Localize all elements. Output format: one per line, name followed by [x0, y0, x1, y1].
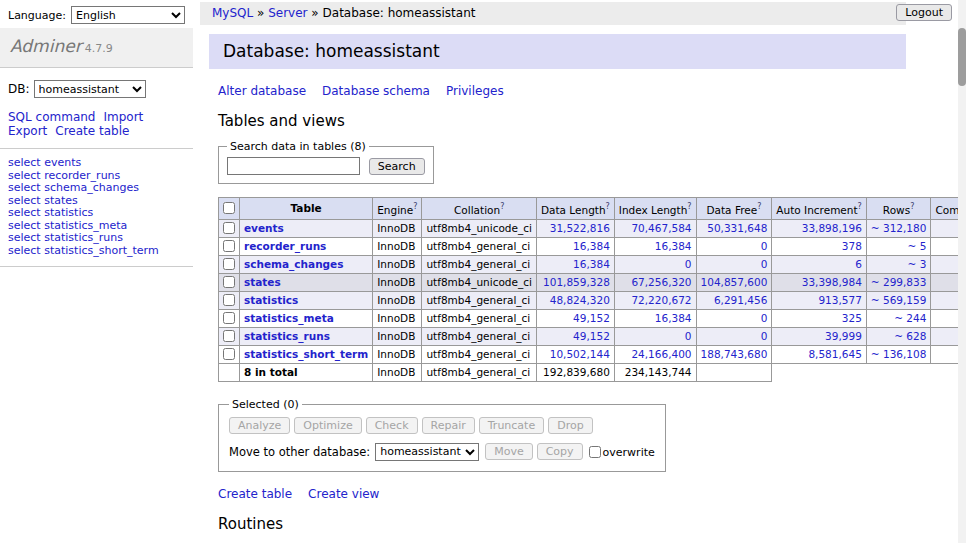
row-checkbox[interactable] — [223, 276, 235, 288]
table-name-link[interactable]: states — [244, 276, 281, 288]
rows-link[interactable]: ~ 299,833 — [871, 276, 927, 288]
row-checkbox[interactable] — [223, 258, 235, 270]
index-length-link[interactable]: 16,384 — [655, 240, 692, 252]
adminer-logo-link[interactable]: Adminer — [10, 36, 82, 56]
row-checkbox[interactable] — [223, 348, 235, 360]
data-free-link[interactable]: 6,291,456 — [714, 294, 767, 306]
row-checkbox[interactable] — [223, 294, 235, 306]
data-length-link[interactable]: 16,384 — [573, 240, 610, 252]
row-checkbox[interactable] — [223, 240, 235, 252]
data-free-link[interactable]: 50,331,648 — [707, 222, 767, 234]
data-free-link[interactable]: 0 — [761, 258, 768, 270]
data-length-link[interactable]: 49,152 — [573, 330, 610, 342]
rows-link[interactable]: ~ 628 — [894, 330, 926, 342]
help-icon[interactable]: ? — [757, 202, 761, 211]
table-name-link[interactable]: statistics_runs — [244, 330, 330, 342]
select-link-statistics_runs[interactable]: select — [8, 231, 41, 244]
language-select[interactable]: English — [71, 6, 185, 24]
table-link-recorder_runs[interactable]: recorder_runs — [44, 169, 120, 182]
index-length-link[interactable]: 72,220,672 — [631, 294, 691, 306]
rows-link[interactable]: ~ 3 — [908, 258, 927, 270]
data-free-link[interactable]: 0 — [761, 240, 768, 252]
row-checkbox[interactable] — [223, 330, 235, 342]
data-free-link[interactable]: 104,857,600 — [701, 276, 768, 288]
help-icon[interactable]: ? — [413, 202, 417, 211]
breadcrumb-link-server[interactable]: Server — [268, 6, 307, 20]
index-length-link[interactable]: 67,256,320 — [631, 276, 691, 288]
data-free-link[interactable]: 0 — [761, 312, 768, 324]
db-link-alter-database[interactable]: Alter database — [218, 84, 306, 98]
help-icon[interactable]: ? — [858, 202, 862, 211]
logout-button[interactable]: Logout — [896, 4, 952, 21]
select-link-statistics[interactable]: select — [8, 206, 41, 219]
check-all-checkbox[interactable] — [223, 202, 235, 214]
sidebar-action-import[interactable]: Import — [103, 110, 143, 124]
row-checkbox[interactable] — [223, 222, 235, 234]
auto-increment-link[interactable]: 325 — [842, 312, 862, 324]
auto-increment-link[interactable]: 8,581,645 — [808, 348, 861, 360]
table-name-link[interactable]: statistics_short_term — [244, 348, 368, 360]
sidebar-action-sql-command[interactable]: SQL command — [8, 110, 95, 124]
search-button[interactable]: Search — [369, 158, 425, 175]
select-link-schema_changes[interactable]: select — [8, 181, 41, 194]
data-free-link[interactable]: 188,743,680 — [701, 348, 768, 360]
table-name-link[interactable]: events — [244, 222, 284, 234]
data-length-link[interactable]: 48,824,320 — [550, 294, 610, 306]
data-length-link[interactable]: 49,152 — [573, 312, 610, 324]
table-name-link[interactable]: schema_changes — [244, 258, 344, 270]
row-checkbox[interactable] — [223, 312, 235, 324]
db-link-database-schema[interactable]: Database schema — [322, 84, 430, 98]
data-length-link[interactable]: 16,384 — [573, 258, 610, 270]
auto-increment-link[interactable]: 378 — [842, 240, 862, 252]
search-input[interactable] — [227, 157, 360, 175]
auto-increment-link[interactable]: 33,898,196 — [802, 222, 862, 234]
select-link-statistics_short_term[interactable]: select — [8, 244, 41, 257]
select-link-statistics_meta[interactable]: select — [8, 219, 41, 232]
help-icon[interactable]: ? — [500, 202, 504, 211]
index-length-link[interactable]: 0 — [685, 258, 692, 270]
breadcrumb-link-mysql[interactable]: MySQL — [212, 6, 253, 20]
table-link-statistics_meta[interactable]: statistics_meta — [44, 219, 127, 232]
help-icon[interactable]: ? — [687, 202, 691, 211]
data-free-link[interactable]: 0 — [761, 330, 768, 342]
create-link-create-view[interactable]: Create view — [308, 487, 379, 501]
auto-increment-link[interactable]: 6 — [855, 258, 862, 270]
table-name-link[interactable]: statistics_meta — [244, 312, 334, 324]
auto-increment-link[interactable]: 913,577 — [818, 294, 861, 306]
table-name-link[interactable]: statistics — [244, 294, 298, 306]
rows-link[interactable]: ~ 569,159 — [871, 294, 927, 306]
help-icon[interactable]: ? — [606, 202, 610, 211]
table-link-statistics[interactable]: statistics — [44, 206, 93, 219]
data-length-link[interactable]: 101,859,328 — [543, 276, 610, 288]
sidebar-action-export[interactable]: Export — [8, 124, 47, 138]
db-link-privileges[interactable]: Privileges — [446, 84, 504, 98]
data-length-link[interactable]: 10,502,144 — [550, 348, 610, 360]
move-db-select[interactable]: homeassistant — [375, 443, 479, 461]
index-length-link[interactable]: 24,166,400 — [631, 348, 691, 360]
sidebar-action-create-table[interactable]: Create table — [55, 124, 129, 138]
create-link-create-table[interactable]: Create table — [218, 487, 292, 501]
select-link-states[interactable]: select — [8, 194, 41, 207]
rows-link[interactable]: ~ 244 — [894, 312, 926, 324]
rows-link[interactable]: ~ 5 — [908, 240, 927, 252]
scrollbar-thumb[interactable] — [958, 28, 966, 86]
select-link-events[interactable]: select — [8, 156, 41, 169]
auto-increment-link[interactable]: 39,999 — [825, 330, 862, 342]
index-length-link[interactable]: 70,467,584 — [631, 222, 691, 234]
table-link-events[interactable]: events — [44, 156, 81, 169]
table-link-states[interactable]: states — [44, 194, 78, 207]
table-link-statistics_runs[interactable]: statistics_runs — [44, 231, 123, 244]
index-length-link[interactable]: 0 — [685, 330, 692, 342]
rows-link[interactable]: ~ 136,108 — [871, 348, 927, 360]
help-icon[interactable]: ? — [910, 202, 914, 211]
scrollbar-track[interactable] — [958, 0, 966, 543]
auto-increment-link[interactable]: 33,398,984 — [802, 276, 862, 288]
rows-link[interactable]: ~ 312,180 — [871, 222, 927, 234]
index-length-link[interactable]: 16,384 — [655, 312, 692, 324]
overwrite-checkbox[interactable] — [589, 446, 601, 458]
table-link-statistics_short_term[interactable]: statistics_short_term — [44, 244, 158, 257]
data-length-link[interactable]: 31,522,816 — [550, 222, 610, 234]
db-select[interactable]: homeassistant — [34, 80, 146, 98]
table-name-link[interactable]: recorder_runs — [244, 240, 326, 252]
select-link-recorder_runs[interactable]: select — [8, 169, 41, 182]
